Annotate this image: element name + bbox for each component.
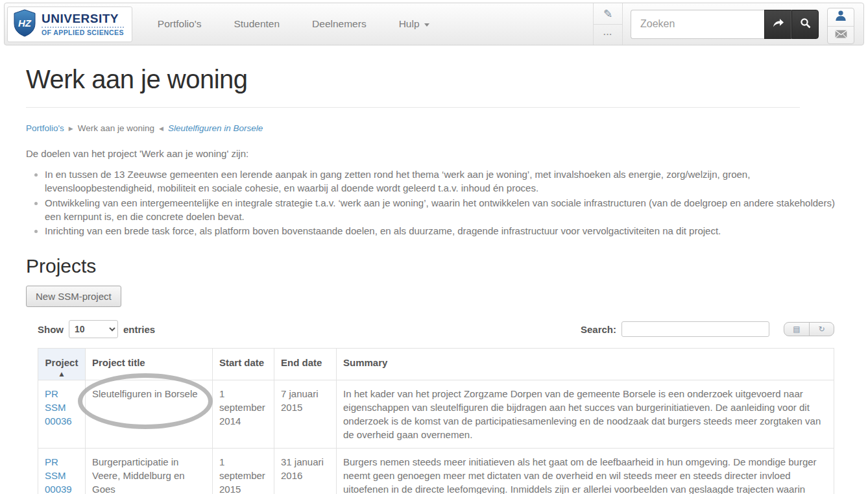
- nav-label: Portfolio's: [158, 18, 202, 30]
- end-date-cell: 7 januari 2015: [274, 380, 337, 449]
- start-date-cell: 1 september 2014: [213, 380, 274, 449]
- caret-down-icon: [424, 23, 429, 27]
- more-button[interactable]: ...: [594, 24, 622, 45]
- entries-label: entries: [123, 324, 155, 335]
- logo-university-text: UNIVERSITY: [42, 12, 124, 25]
- nav-item-portfolios[interactable]: Portfolio's: [141, 3, 218, 45]
- nav-label: Studenten: [234, 18, 280, 30]
- user-mail-box: [827, 8, 854, 44]
- forward-button[interactable]: [764, 10, 791, 39]
- forward-arrow-icon: [772, 18, 784, 31]
- column-header-end-date[interactable]: End date: [274, 349, 337, 380]
- breadcrumb-back-icon: ◀: [159, 125, 163, 132]
- project-id-cell: PR SSM 00036: [38, 380, 86, 449]
- logo-text: UNIVERSITY OF APPLIED SCIENCES: [42, 12, 124, 36]
- project-id-cell: PR SSM 00039: [38, 449, 86, 494]
- global-search-input[interactable]: [631, 10, 764, 39]
- new-ssm-project-button[interactable]: New SSM-project: [26, 286, 121, 307]
- edit-button[interactable]: ✎: [594, 3, 622, 24]
- goals-list: In en tussen de 13 Zeeuwse gemeenten een…: [26, 167, 842, 238]
- projects-table-container: Project ▲ Project title Start date End d…: [38, 348, 834, 494]
- projects-heading: Projects: [26, 255, 842, 277]
- column-header-project-title[interactable]: Project title: [86, 349, 213, 380]
- page-content: Werk aan je woning Portfolio's ▶ Werk aa…: [0, 65, 868, 494]
- nav-label: Hulp: [399, 18, 420, 30]
- projects-datatable: Show 10 entries Search: ▤ ↻: [38, 320, 834, 494]
- start-date-cell: 1 september 2015: [213, 449, 274, 494]
- projects-table: Project ▲ Project title Start date End d…: [38, 348, 834, 494]
- pencil-icon: ✎: [603, 7, 612, 20]
- user-icon: [835, 10, 847, 24]
- topbar-right-controls: ✎ ...: [593, 3, 863, 45]
- edit-column: ✎ ...: [593, 3, 623, 45]
- nav-item-studenten[interactable]: Studenten: [217, 3, 296, 45]
- page-length-control: Show 10 entries: [38, 320, 155, 338]
- profile-button[interactable]: [828, 8, 854, 26]
- datatable-controls: Show 10 entries Search: ▤ ↻: [38, 320, 834, 338]
- table-search-control: Search: ▤ ↻: [581, 321, 834, 337]
- global-search: [631, 10, 819, 39]
- nav-label: Deelnemers: [312, 18, 367, 30]
- sort-asc-icon: ▲: [45, 371, 78, 377]
- top-navigation-bar: HZ UNIVERSITY OF APPLIED SCIENCES Portfo…: [4, 3, 864, 45]
- breadcrumb-current: Werk aan je woning: [78, 123, 154, 133]
- ellipsis-icon: ...: [603, 31, 612, 38]
- svg-text:HZ: HZ: [18, 18, 32, 29]
- mail-button[interactable]: [828, 26, 854, 44]
- page-length-select[interactable]: 10: [69, 320, 118, 338]
- summary-cell: Burgers nemen steeds meer initiatieven a…: [337, 449, 834, 494]
- intro-text: De doelen van het project 'Werk aan je w…: [26, 148, 842, 159]
- search-button[interactable]: [791, 10, 819, 39]
- project-title-cell: Burgerparticipatie in Veere, Middelburg …: [86, 449, 213, 494]
- column-header-project[interactable]: Project ▲: [38, 349, 86, 380]
- table-header-row: Project ▲ Project title Start date End d…: [38, 349, 834, 380]
- logo-subtitle-text: OF APPLIED SCIENCES: [42, 27, 124, 36]
- summary-cell: In het kader van het project Zorgzame Do…: [337, 380, 834, 449]
- nav-item-hulp[interactable]: Hulp: [383, 3, 446, 45]
- breadcrumb-forward-icon: ▶: [69, 125, 73, 132]
- goal-item: Inrichting van een brede task force, als…: [45, 224, 842, 238]
- page-title: Werk aan je woning: [26, 65, 800, 108]
- table-search-input[interactable]: [621, 321, 769, 337]
- hz-shield-icon: HZ: [13, 9, 36, 40]
- table-row: PR SSM 00039 Burgerparticipatie in Veere…: [38, 449, 834, 494]
- table-search-label: Search:: [581, 324, 616, 335]
- hz-logo[interactable]: HZ UNIVERSITY OF APPLIED SCIENCES: [7, 6, 132, 42]
- show-label: Show: [38, 324, 64, 335]
- end-date-cell: 31 januari 2016: [274, 449, 337, 494]
- export-button[interactable]: ▤: [784, 323, 809, 336]
- column-label: Project: [45, 357, 78, 368]
- column-header-summary[interactable]: Summary: [337, 349, 834, 380]
- breadcrumb-link-portfolios[interactable]: Portfolio's: [26, 123, 64, 133]
- table-row: PR SSM 00036 Sleutelfiguren in Borsele 1…: [38, 380, 834, 449]
- export-icon: ▤: [793, 325, 800, 333]
- refresh-button[interactable]: ↻: [809, 323, 834, 336]
- table-tools: ▤ ↻: [784, 322, 834, 336]
- project-link[interactable]: PR SSM 00039: [45, 456, 72, 494]
- nav-item-deelnemers[interactable]: Deelnemers: [296, 3, 383, 45]
- project-link[interactable]: PR SSM 00036: [45, 388, 72, 426]
- goal-item: Ontwikkeling van een intergemeentelijke …: [45, 196, 842, 224]
- breadcrumb: Portfolio's ▶ Werk aan je woning ◀ Sleut…: [26, 123, 842, 133]
- main-nav: Portfolio's Studenten Deelnemers Hulp: [141, 3, 446, 45]
- refresh-icon: ↻: [818, 325, 825, 333]
- breadcrumb-link-sleutelfiguren[interactable]: Sleutelfiguren in Borsele: [168, 123, 263, 133]
- mail-icon: [835, 29, 847, 41]
- search-icon: [800, 18, 811, 31]
- project-title-cell: Sleutelfiguren in Borsele: [86, 380, 213, 449]
- goal-item: In en tussen de 13 Zeeuwse gemeenten een…: [45, 167, 842, 195]
- column-header-start-date[interactable]: Start date: [213, 349, 274, 380]
